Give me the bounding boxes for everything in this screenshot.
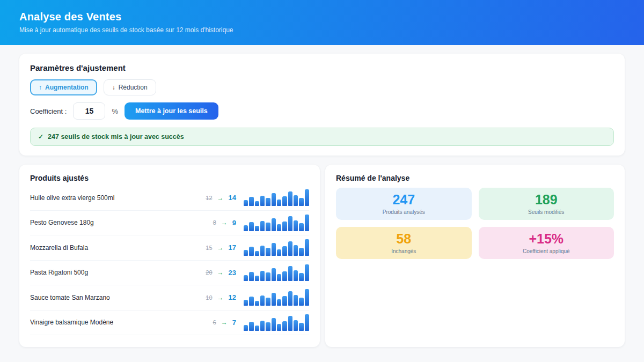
sparkline-bar xyxy=(266,322,270,331)
arrow-up-icon: ↑ xyxy=(39,84,42,91)
product-name: Pesto Genovese 180g xyxy=(30,219,213,226)
sparkline-bar xyxy=(260,221,265,231)
sparkline-bar xyxy=(299,198,303,206)
sales-history-sparkline xyxy=(244,239,309,256)
sparkline-bar xyxy=(305,239,309,256)
sparkline-bar xyxy=(249,297,253,306)
sparkline-bar xyxy=(294,195,298,206)
sparkline-bar xyxy=(288,191,292,206)
sparkline-bar xyxy=(277,224,281,231)
stat-value: 189 xyxy=(535,193,558,206)
table-row: Mozzarella di Bufala 15 → 17 xyxy=(30,235,309,261)
products-title: Produits ajustés xyxy=(30,174,309,182)
sparkline-bar xyxy=(244,325,248,331)
sparkline-bar xyxy=(272,268,276,281)
sparkline-bar xyxy=(244,225,248,231)
sparkline-bar xyxy=(288,316,292,330)
augmentation-button[interactable]: ↑ Augmentation xyxy=(30,79,97,95)
sparkline-bar xyxy=(282,271,287,281)
new-threshold: 12 xyxy=(229,293,236,301)
augmentation-label: Augmentation xyxy=(45,84,89,91)
product-name: Vinaigre balsamique Modène xyxy=(30,319,213,326)
sparkline-bar xyxy=(277,274,281,280)
sparkline-bar xyxy=(299,248,303,256)
sparkline-bar xyxy=(260,196,265,206)
percent-label: % xyxy=(112,107,118,115)
sparkline-bar xyxy=(299,298,303,306)
coefficient-row: Coefficient : % Mettre à jour les seuils xyxy=(30,102,614,120)
sparkline-bar xyxy=(294,245,298,256)
new-threshold: 23 xyxy=(229,269,236,277)
sparkline-bar xyxy=(305,289,309,306)
arrow-right-icon: → xyxy=(221,319,228,326)
sparkline-bar xyxy=(249,272,253,281)
arrow-down-icon: ↓ xyxy=(112,84,115,91)
sparkline-bar xyxy=(299,273,303,281)
product-name: Pasta Rigatoni 500g xyxy=(30,269,206,276)
sparkline-bar xyxy=(260,295,265,306)
arrow-right-icon: → xyxy=(217,294,224,301)
sparkline-bar xyxy=(244,200,248,206)
sparkline-bar xyxy=(255,251,259,256)
sparkline-bar xyxy=(282,246,287,256)
sparkline-bar xyxy=(282,196,287,206)
sales-history-sparkline xyxy=(244,215,309,231)
stat-products-analyzed: 247 Produits analysés xyxy=(336,188,472,220)
stat-label: Produits analysés xyxy=(383,209,425,215)
sparkline-bar xyxy=(272,218,276,231)
page-subtitle: Mise à jour automatique des seuils de st… xyxy=(19,26,625,34)
old-threshold: 15 xyxy=(206,245,212,251)
sparkline-bar xyxy=(266,198,270,206)
new-threshold: 14 xyxy=(229,194,236,202)
sparkline-bar xyxy=(244,275,248,281)
reduction-button[interactable]: ↓ Réduction xyxy=(104,79,156,95)
sparkline-bar xyxy=(288,216,292,231)
new-threshold: 17 xyxy=(229,243,236,252)
reduction-label: Réduction xyxy=(119,84,148,91)
old-threshold: 6 xyxy=(213,319,216,326)
arrow-right-icon: → xyxy=(221,219,228,226)
sparkline-bar xyxy=(305,314,309,331)
stat-value: +15% xyxy=(529,232,564,246)
update-thresholds-button[interactable]: Mettre à jour les seuils xyxy=(125,102,218,120)
adjustment-parameters-card: Paramètres d'ajustement ↑ Augmentation ↓… xyxy=(19,54,625,156)
arrow-right-icon: → xyxy=(217,269,224,276)
sparkline-bar xyxy=(294,270,298,281)
sparkline-bar xyxy=(244,250,248,256)
sparkline-bar xyxy=(255,301,259,306)
sparkline-bar xyxy=(277,299,281,306)
check-icon: ✓ xyxy=(38,133,43,141)
stat-label: Seuils modifiés xyxy=(528,209,564,215)
sparkline-bar xyxy=(294,320,298,331)
sparkline-bar xyxy=(294,220,298,231)
sparkline-bar xyxy=(277,324,281,330)
arrow-right-icon: → xyxy=(217,194,224,202)
sparkline-bar xyxy=(255,226,259,231)
stat-coefficient-applied: +15% Coefficient appliqué xyxy=(479,227,614,259)
parameters-title: Paramètres d'ajustement xyxy=(30,63,614,72)
sparkline-bar xyxy=(260,246,265,256)
sparkline-bar xyxy=(305,215,309,231)
table-row: Pasta Rigatoni 500g 20 → 23 xyxy=(30,261,309,286)
product-name: Huile olive extra vierge 500ml xyxy=(30,194,206,202)
old-threshold: 10 xyxy=(206,294,212,301)
sparkline-bar xyxy=(260,321,265,331)
sparkline-bar xyxy=(260,271,265,281)
sparkline-bar xyxy=(272,318,276,331)
sparkline-bar xyxy=(305,264,309,281)
adjusted-products-card: Produits ajustés Huile olive extra vierg… xyxy=(19,165,320,347)
table-row: Sauce tomate San Marzano 10 → 12 xyxy=(30,285,309,311)
table-row: Huile olive extra vierge 500ml 12 → 14 xyxy=(30,186,309,211)
sparkline-bar xyxy=(299,323,303,331)
table-row: Pesto Genovese 180g 8 → 9 xyxy=(30,211,309,236)
sales-history-sparkline xyxy=(244,314,309,331)
coefficient-input[interactable] xyxy=(73,102,105,120)
stat-label: Coefficient appliqué xyxy=(523,248,570,254)
sparkline-bar xyxy=(272,293,276,306)
success-message: 247 seuils de stock mis à jour avec succ… xyxy=(48,133,184,141)
sparkline-bar xyxy=(244,300,248,306)
sparkline-bar xyxy=(294,295,298,306)
sparkline-bar xyxy=(288,241,292,256)
sparkline-bar xyxy=(282,221,287,231)
arrow-right-icon: → xyxy=(217,244,224,252)
